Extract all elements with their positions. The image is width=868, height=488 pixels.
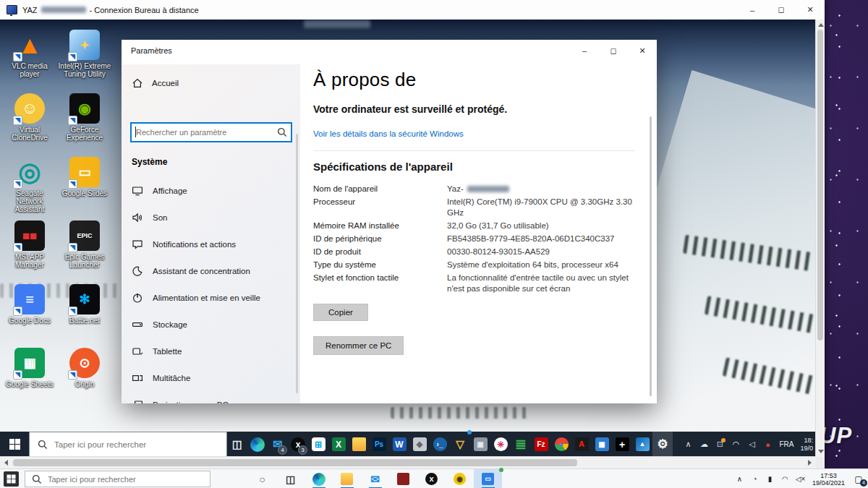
- settings-search-box[interactable]: [130, 122, 292, 142]
- rdp-window: YAZ - Connexion Bureau à distance – ◻ ✕ …: [0, 0, 825, 468]
- rdp-horizontal-scrollbar[interactable]: [0, 456, 816, 468]
- remote-taskbar-search[interactable]: [29, 432, 227, 457]
- remote-desktop-button[interactable]: ▭: [474, 469, 502, 488]
- settings-close-button[interactable]: ✕: [628, 40, 657, 61]
- photoshop-button[interactable]: Ps: [369, 432, 389, 457]
- task-view-button[interactable]: ◫: [276, 469, 305, 488]
- plus-app-button[interactable]: +: [612, 432, 632, 457]
- scroll-left-icon[interactable]: [4, 460, 8, 466]
- yellow-circle-app-button[interactable]: ◉: [446, 469, 474, 488]
- desktop-icon-virtual-clonedrive[interactable]: ☺◥Virtual CloneDrive: [3, 92, 56, 155]
- vertical-scroll-thumb[interactable]: [817, 30, 823, 341]
- sidebar-item-home[interactable]: Accueil: [122, 72, 300, 95]
- 3d-object-button[interactable]: ◆: [409, 432, 430, 457]
- powershell-button[interactable]: ›_: [430, 432, 450, 457]
- remote-pinned-apps: ◫✉4x3⊞XPsW◆›_▽▣✳≣Fz●A▦+▲⚙: [227, 432, 673, 457]
- horizontal-scroll-thumb[interactable]: [13, 459, 577, 466]
- rdp-close-button[interactable]: ✕: [796, 0, 825, 20]
- desktop-icon-epic-games-launcher[interactable]: EPIC◥Epic Games Launcher: [58, 219, 111, 283]
- photos-button[interactable]: ▲: [632, 432, 652, 457]
- word-button[interactable]: W: [389, 432, 409, 457]
- desktop-icon-msi-app-manager[interactable]: ◼◼◥MSI APP Manager: [3, 219, 56, 283]
- file-explorer-button[interactable]: [333, 469, 361, 488]
- volume-muted-icon[interactable]: ◁×: [793, 469, 808, 488]
- host-clock[interactable]: 17:53 19/04/2021: [808, 472, 849, 487]
- onedrive-icon[interactable]: ☁: [696, 432, 712, 457]
- mail-button[interactable]: ✉: [361, 469, 389, 488]
- sidebar-item-stockage[interactable]: Stockage: [122, 311, 300, 338]
- sidebar-item-alimentation-et-mise-en-veille[interactable]: Alimentation et mise en veille: [122, 284, 300, 311]
- red-app-button[interactable]: [389, 469, 417, 488]
- sidebar-item-son[interactable]: Son: [122, 204, 300, 231]
- green-bars-button[interactable]: ≣: [511, 432, 531, 457]
- desktop-icon-seagate-network-assistant[interactable]: ◎◥Seagate Network Assistant: [3, 155, 56, 219]
- device-specs-table: Nom de l'appareilYaz-ProcesseurIntel(R) …: [313, 184, 638, 294]
- desktop-icon-origin[interactable]: ⊙◥Origin: [58, 346, 111, 410]
- file-explorer-button[interactable]: [349, 432, 369, 457]
- desktop-icon-intel-xtu[interactable]: ✦◥Intel(R) Extreme Tuning Utility: [58, 28, 111, 92]
- excel-button[interactable]: X: [328, 432, 349, 457]
- host-start-button[interactable]: [0, 469, 22, 488]
- gray-utility-button[interactable]: ▣: [470, 432, 490, 457]
- settings-titlebar[interactable]: Paramètres – ◻ ✕: [122, 40, 657, 64]
- clock-app-icon[interactable]: ◔: [747, 469, 762, 488]
- desktop-icon-geforce-experience[interactable]: ◉◥GeForce Experience: [58, 92, 111, 155]
- edge-button[interactable]: [247, 432, 268, 457]
- scroll-down-icon[interactable]: [818, 450, 824, 453]
- language-indicator[interactable]: FRA: [775, 440, 797, 448]
- adobe-acrobat-button[interactable]: A: [571, 432, 592, 457]
- edge-button[interactable]: [305, 469, 333, 488]
- red-tray-app-icon[interactable]: ●: [760, 432, 775, 457]
- rdp-titlebar[interactable]: YAZ - Connexion Bureau à distance – ◻ ✕: [0, 0, 825, 20]
- battery-icon[interactable]: ▮: [762, 469, 778, 488]
- rdp-maximize-button[interactable]: ◻: [767, 0, 796, 20]
- slack-button[interactable]: ✳: [490, 432, 511, 457]
- filezilla-button[interactable]: Fz: [531, 432, 551, 457]
- sidebar-item-projection-sur-ce-pc[interactable]: Projection sur ce PC: [122, 391, 300, 403]
- desktop-icon-google-slides[interactable]: ▭◥Google Slides: [58, 155, 111, 219]
- desktop-icon-google-docs[interactable]: ≡◥Google Docs: [3, 283, 56, 346]
- xbox-button[interactable]: x: [417, 469, 446, 488]
- mail-button[interactable]: ✉4: [268, 432, 288, 457]
- sidebar-item-affichage[interactable]: Affichage: [122, 177, 300, 204]
- task-view-button[interactable]: ◫: [227, 432, 247, 457]
- desktop-icon-google-sheets[interactable]: ▦◥Google Sheets: [3, 346, 56, 410]
- rename-pc-button[interactable]: Renommer ce PC: [313, 336, 404, 355]
- sidebar-scrollbar[interactable]: [296, 134, 298, 393]
- sidebar-item-assistant-de-concentration[interactable]: Assistant de concentration: [122, 257, 300, 284]
- host-taskbar-search[interactable]: [25, 471, 210, 487]
- snip-tool-icon[interactable]: ⊡: [712, 432, 728, 457]
- host-search-input[interactable]: [46, 474, 210, 484]
- image-viewer-button[interactable]: ▦: [592, 432, 612, 457]
- sidebar-item-notifications-et-actions[interactable]: Notifications et actions: [122, 231, 300, 257]
- rdp-minimize-button[interactable]: –: [738, 0, 767, 20]
- settings-search-input[interactable]: [132, 128, 276, 137]
- sidebar-item-tablette[interactable]: Tablette: [122, 338, 300, 364]
- rdp-vertical-scrollbar[interactable]: [815, 20, 825, 457]
- desktop-icon-battlenet[interactable]: ✻◥Battle.net: [58, 283, 111, 346]
- content-scrollbar[interactable]: [650, 116, 652, 396]
- chevron-up-icon[interactable]: ∧: [680, 432, 696, 457]
- cortana-button[interactable]: ○: [248, 469, 276, 488]
- flask-button[interactable]: ▽: [450, 432, 470, 457]
- remote-clock[interactable]: 18: 19/0: [797, 437, 816, 453]
- settings-maximize-button[interactable]: ◻: [599, 40, 628, 61]
- chevron-up-icon[interactable]: ∧: [732, 469, 747, 488]
- settings-gear-button[interactable]: ⚙: [652, 432, 673, 457]
- chrome-button[interactable]: ●: [551, 432, 571, 457]
- copy-button[interactable]: Copier: [313, 304, 368, 321]
- windows-security-link[interactable]: Voir les détails dans la sécurité Window…: [313, 129, 464, 138]
- settings-minimize-button[interactable]: –: [570, 40, 599, 61]
- sidebar-item-multit-che[interactable]: Multitâche: [122, 364, 300, 391]
- action-center-icon[interactable]: ▢ 4: [849, 469, 868, 488]
- scroll-right-icon[interactable]: [808, 460, 812, 466]
- volume-icon[interactable]: ◁: [744, 432, 760, 457]
- network-icon[interactable]: ◠: [728, 432, 744, 457]
- scroll-up-icon[interactable]: [818, 23, 824, 27]
- remote-start-button[interactable]: [0, 432, 29, 457]
- desktop-icon-vlc[interactable]: ▲◥VLC media player: [3, 28, 56, 92]
- microsoft-store-button[interactable]: ⊞: [308, 432, 328, 457]
- remote-search-input[interactable]: [53, 440, 226, 450]
- wifi-icon[interactable]: ◠: [778, 469, 793, 488]
- xbox-button[interactable]: x3: [288, 432, 308, 457]
